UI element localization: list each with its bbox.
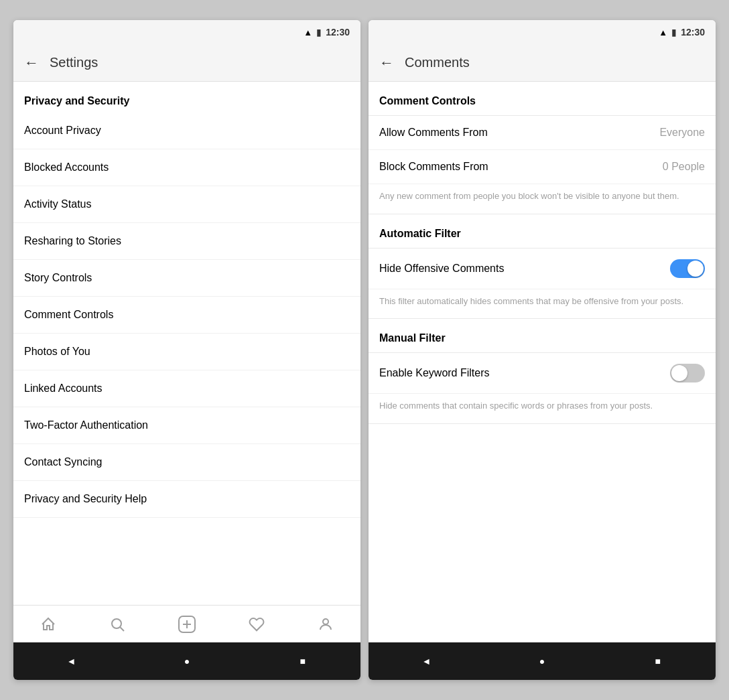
automatic-filter-section: Automatic Filter Hide Offensive Comments… [369, 214, 716, 320]
time-right: 12:30 [681, 27, 705, 38]
block-comments-label: Block Comments From [379, 161, 488, 173]
heart-nav-icon[interactable] [247, 615, 266, 634]
battery-icon-left: ▮ [316, 27, 322, 38]
profile-nav-icon[interactable] [316, 615, 335, 634]
resharing-stories-item[interactable]: Resharing to Stories [13, 223, 360, 260]
contact-syncing-item[interactable]: Contact Syncing [13, 444, 360, 481]
android-nav-right: ◄ ● ■ [369, 642, 716, 680]
allow-comments-value: Everyone [659, 127, 705, 139]
blocked-accounts-item[interactable]: Blocked Accounts [13, 149, 360, 186]
back-button-left[interactable]: ← [24, 54, 39, 72]
two-factor-auth-item[interactable]: Two-Factor Authentication [13, 407, 360, 444]
block-comments-row[interactable]: Block Comments From 0 People [369, 150, 716, 184]
android-recents-left[interactable]: ■ [289, 648, 316, 675]
hide-offensive-row: Hide Offensive Comments [369, 249, 716, 289]
comment-controls-item[interactable]: Comment Controls [13, 297, 360, 334]
comment-controls-header: Comment Controls [369, 82, 716, 116]
svg-point-5 [323, 619, 328, 624]
bottom-nav [13, 605, 360, 642]
block-comments-description: Any new comment from people you block wo… [369, 184, 716, 214]
svg-line-1 [121, 627, 125, 631]
offensive-filter-description: This filter automatically hides comments… [369, 289, 716, 320]
svg-point-0 [112, 619, 121, 628]
signal-icon-right: ▲ [659, 27, 667, 38]
allow-comments-label: Allow Comments From [379, 127, 488, 139]
keyword-filters-toggle[interactable] [670, 364, 705, 382]
toggle-knob-keyword [671, 365, 687, 381]
settings-list: Privacy and Security Account Privacy Blo… [13, 82, 360, 605]
status-bar-right: ▲ ▮ 12:30 [369, 20, 716, 44]
android-recents-right[interactable]: ■ [645, 648, 671, 675]
comments-phone: ▲ ▮ 12:30 ← Comments Comment Controls Al… [369, 20, 716, 680]
android-back-right[interactable]: ◄ [413, 648, 440, 675]
photos-of-you-item[interactable]: Photos of You [13, 334, 360, 370]
manual-filter-header: Manual Filter [369, 319, 716, 353]
privacy-section-header: Privacy and Security [13, 82, 360, 113]
android-nav-left: ◄ ● ■ [13, 642, 360, 680]
linked-accounts-item[interactable]: Linked Accounts [13, 370, 360, 407]
search-nav-icon[interactable] [108, 615, 127, 634]
story-controls-item[interactable]: Story Controls [13, 260, 360, 297]
keyword-filter-description: Hide comments that contain specific word… [369, 394, 716, 424]
battery-icon-right: ▮ [671, 27, 677, 38]
activity-status-item[interactable]: Activity Status [13, 186, 360, 223]
add-nav-icon[interactable] [178, 615, 196, 634]
back-button-right[interactable]: ← [379, 54, 394, 72]
comments-top-bar: ← Comments [369, 44, 716, 82]
automatic-filter-header: Automatic Filter [369, 214, 716, 249]
android-home-right[interactable]: ● [529, 648, 555, 675]
comment-controls-section: Comment Controls Allow Comments From Eve… [369, 82, 716, 214]
android-home-left[interactable]: ● [174, 648, 200, 675]
account-privacy-item[interactable]: Account Privacy [13, 113, 360, 149]
settings-title: Settings [50, 55, 98, 70]
time-left: 12:30 [326, 27, 350, 38]
keyword-filters-row: Enable Keyword Filters [369, 353, 716, 394]
hide-offensive-toggle[interactable] [670, 259, 705, 278]
status-bar-left: ▲ ▮ 12:30 [13, 20, 360, 44]
block-comments-value: 0 People [663, 161, 705, 173]
hide-offensive-label: Hide Offensive Comments [379, 263, 504, 275]
manual-filter-section: Manual Filter Enable Keyword Filters Hid… [369, 319, 716, 424]
allow-comments-row[interactable]: Allow Comments From Everyone [369, 116, 716, 150]
home-nav-icon[interactable] [39, 615, 58, 634]
android-back-left[interactable]: ◄ [58, 648, 84, 675]
privacy-help-item[interactable]: Privacy and Security Help [13, 481, 360, 518]
comments-content: Comment Controls Allow Comments From Eve… [369, 82, 716, 642]
comments-title: Comments [405, 55, 470, 70]
toggle-knob-offensive [687, 261, 704, 277]
signal-icon-left: ▲ [304, 27, 312, 38]
settings-phone: ▲ ▮ 12:30 ← Settings Privacy and Securit… [13, 20, 360, 680]
settings-top-bar: ← Settings [13, 44, 360, 82]
keyword-filters-label: Enable Keyword Filters [379, 367, 490, 379]
